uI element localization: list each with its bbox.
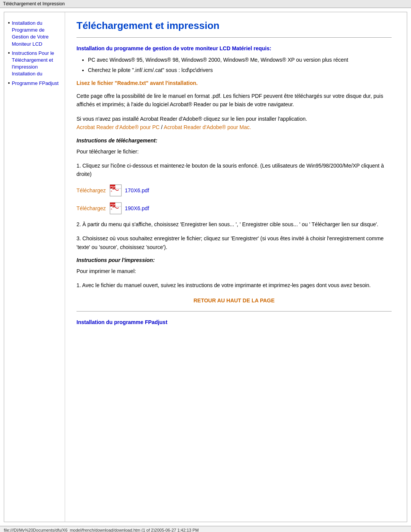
page-title: Téléchargement et impression	[76, 20, 392, 32]
body-paragraph-2: Si vous n'avez pas installé Acrobat Read…	[76, 115, 392, 132]
download-step2: 2. À partir du menu qui s'affiche, chois…	[76, 220, 392, 228]
title-bar-text: Téléchargement et Impression	[3, 1, 65, 6]
sidebar-item-3: Programme FPadjust	[8, 80, 61, 87]
download-step1: 1. Cliquez sur l'icône ci-dessous et mai…	[76, 161, 392, 179]
retour-link[interactable]: RETOUR AU HAUT DE LA PAGE	[193, 297, 274, 304]
section1-heading: Installation du programme de gestion de …	[76, 45, 392, 51]
link-acrobat-pc[interactable]: Acrobat Reader d'Adobe® pour PC	[76, 124, 159, 130]
download-row-2: Téléchargez PDF A 190X6.pdf	[76, 202, 392, 214]
download2-label[interactable]: Téléchargez	[76, 205, 106, 211]
sidebar-link-instructions[interactable]: Instructions Pour le Téléchargement et l…	[12, 50, 54, 77]
footer: file:///D|/My%20Documents/dfu/X6_model/f…	[0, 526, 411, 532]
retour-section: RETOUR AU HAUT DE LA PAGE	[76, 297, 392, 304]
svg-text:PDF: PDF	[110, 203, 116, 206]
sidebar: Installation du Programme de Gestion de …	[4, 12, 65, 522]
link-separator: /	[159, 124, 164, 130]
pdf-icon-2: PDF A	[110, 202, 122, 214]
sidebar-nav-list: Installation du Programme de Gestion de …	[8, 20, 61, 87]
print-instructions-heading: Instructions pour l'impression:	[76, 257, 392, 263]
warning-text: Lisez le fichier "Readme.txt" avant l'in…	[76, 80, 392, 86]
body-paragraph-1: Cette page offre la possibilité de lire …	[76, 92, 392, 109]
download-step3: 3. Choisissez où vous souhaitez enregist…	[76, 234, 392, 251]
download-intro: Pour télécharger le fichier:	[76, 147, 392, 156]
requirement-item-1: PC avec Windows® 95, Windows® 98, Window…	[88, 56, 392, 64]
sidebar-item-2: Instructions Pour le Téléchargement et l…	[8, 50, 61, 78]
sidebar-link-install[interactable]: Installation du Programme de Gestion de …	[12, 20, 49, 47]
svg-text:PDF: PDF	[110, 185, 116, 188]
download-row-1: Téléchargez PDF A 170X6.pdf	[76, 184, 392, 197]
bottom-section-heading: Installation du programme FPadjust	[76, 319, 392, 325]
print-intro: Pour imprimer le manuel:	[76, 267, 392, 275]
link-acrobat-mac[interactable]: Acrobat Reader d'Adobe® pour Mac.	[164, 124, 251, 130]
requirement-item-2: Cherchez le pilote ".inf/.icm/.cat" sous…	[88, 66, 392, 74]
title-bar: Téléchargement et Impression	[0, 0, 411, 8]
requirements-list: PC avec Windows® 95, Windows® 98, Window…	[88, 56, 392, 74]
main-content: Téléchargement et impression Installatio…	[65, 12, 407, 522]
print-step1: 1. Avec le fichier du manuel ouvert, sui…	[76, 281, 392, 289]
download-instructions-heading: Instructions de téléchargement:	[76, 137, 392, 144]
sidebar-link-fpadjust[interactable]: Programme FPadjust	[12, 80, 59, 86]
download1-label[interactable]: Téléchargez	[76, 187, 106, 193]
divider-top	[76, 37, 392, 38]
sidebar-item-1: Installation du Programme de Gestion de …	[8, 20, 61, 48]
divider-bottom	[76, 311, 392, 312]
pdf-icon-1: PDF A	[110, 184, 122, 197]
body-text-2: Si vous n'avez pas installé Acrobat Read…	[76, 116, 307, 122]
main-wrapper: Installation du Programme de Gestion de …	[4, 12, 407, 522]
footer-text: file:///D|/My%20Documents/dfu/X6_model/f…	[4, 528, 199, 532]
download1-filename[interactable]: 170X6.pdf	[125, 187, 149, 193]
download2-filename[interactable]: 190X6.pdf	[125, 205, 149, 211]
